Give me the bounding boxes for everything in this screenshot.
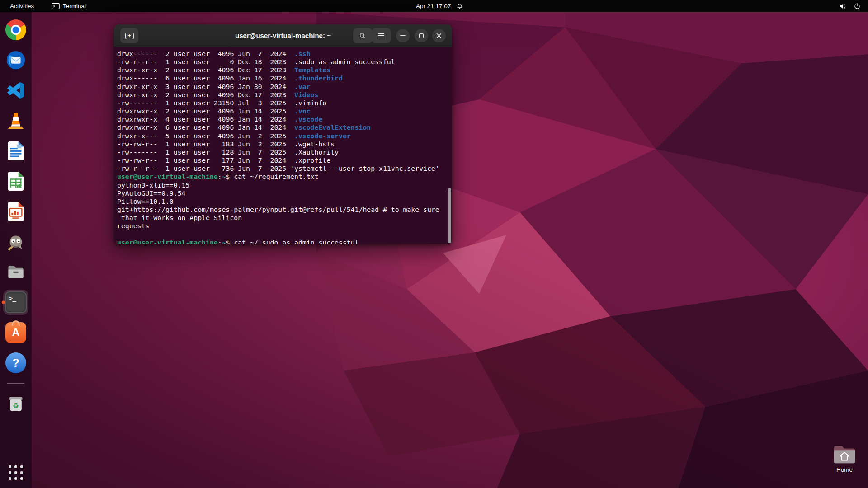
vlc-icon <box>6 111 26 131</box>
terminal-icon <box>52 3 60 9</box>
dock-item-thunderbird[interactable] <box>3 49 28 71</box>
terminal-line: -rw------- 1 user user 128 Jun 7 2025 .X… <box>117 148 452 156</box>
show-applications-icon <box>9 465 23 480</box>
terminal-line: python3-xlib==0.15 <box>117 181 452 189</box>
minimize-button[interactable] <box>396 29 410 42</box>
new-tab-icon: + <box>125 33 134 39</box>
minimize-icon <box>400 35 406 36</box>
terminal-line: -rw------- 1 user user 23150 Jul 3 2025 … <box>117 99 452 107</box>
search-button[interactable] <box>353 28 372 43</box>
app-menu[interactable]: Terminal <box>49 0 89 12</box>
terminal-line: drwxrwxr-x 2 user user 4096 Jun 14 2025 … <box>117 107 452 115</box>
top-bar: Activities Terminal Apr 21 17:07 <box>0 0 868 12</box>
terminal-app-icon: >_ <box>5 291 27 313</box>
ubuntu-software-icon: A <box>5 322 26 343</box>
terminal-line: -rw-r--r-- 1 user user 0 Dec 18 2023 .su… <box>117 58 452 66</box>
new-tab-button[interactable]: + <box>120 28 138 43</box>
terminal-line: drwxrwxr-x 6 user user 4096 Jan 14 2024 … <box>117 123 452 131</box>
terminal-scrollbar[interactable] <box>448 188 451 243</box>
terminal-line: that it works on Apple Silicon <box>117 214 452 222</box>
terminal-line: Pillow==10.1.0 <box>117 197 452 206</box>
libreoffice-writer-icon <box>6 141 25 161</box>
terminal-content[interactable]: drwx------ 2 user user 4096 Jun 7 2024 .… <box>114 47 452 244</box>
dock-item-gimp[interactable] <box>3 231 28 253</box>
clock[interactable]: Apr 21 17:07 <box>416 0 451 12</box>
hamburger-menu-icon <box>378 33 384 38</box>
dock-divider <box>7 383 24 384</box>
menu-button[interactable] <box>372 28 391 43</box>
terminal-line: drwx------ 6 user user 4096 Jan 16 2024 … <box>117 74 452 82</box>
thunderbird-icon <box>5 50 26 70</box>
files-icon <box>5 262 26 282</box>
close-icon <box>436 33 442 38</box>
svg-text:♻: ♻ <box>13 402 19 410</box>
dock-item-writer[interactable] <box>3 140 28 162</box>
terminal-line: drwxr-x--- 5 user user 4096 Jun 2 2025 .… <box>117 132 452 140</box>
libreoffice-impress-icon <box>6 202 25 221</box>
terminal-window: user@user-virtual-machine: ~ + drwx-----… <box>114 24 452 244</box>
dock-item-ubuntu-software[interactable]: A <box>3 322 28 343</box>
search-icon <box>359 32 367 40</box>
dock-item-files[interactable] <box>3 261 28 283</box>
terminal-line: drwx------ 2 user user 4096 Jun 7 2024 .… <box>117 50 452 58</box>
maximize-button[interactable] <box>415 29 428 42</box>
terminal-line: drwxr-xr-x 2 user user 4096 Dec 17 2023 … <box>117 66 452 74</box>
maximize-icon <box>419 33 424 38</box>
dock: >_ A ? ♻ <box>0 12 32 488</box>
terminal-line: -rw-r--r-- 1 user user 736 Jun 7 2025 'y… <box>117 164 452 173</box>
vscode-icon <box>6 80 26 100</box>
dock-item-help[interactable]: ? <box>3 352 28 374</box>
gimp-icon <box>5 231 26 252</box>
dock-item-calc[interactable] <box>3 170 28 192</box>
libreoffice-calc-icon <box>6 171 25 191</box>
desktop-home-shortcut[interactable]: Home <box>827 444 862 473</box>
power-icon <box>854 3 861 10</box>
home-folder-icon <box>832 444 857 465</box>
dock-item-vlc[interactable] <box>3 110 28 131</box>
dock-item-terminal[interactable]: >_ <box>3 290 28 315</box>
terminal-line: user@user-virtual-machine:~$ cat ~/.sudo… <box>117 239 452 244</box>
terminal-line: drwxrwxr-x 4 user user 4096 Jan 14 2024 … <box>117 115 452 123</box>
terminal-line: requests <box>117 222 452 230</box>
volume-icon <box>839 3 847 10</box>
bell-icon <box>456 3 463 10</box>
terminal-line: user@user-virtual-machine:~$ cat ~/requi… <box>117 173 452 181</box>
activities-button[interactable]: Activities <box>6 0 38 12</box>
terminal-line: -rw-rw-r-- 1 user user 177 Jun 7 2024 .x… <box>117 156 452 164</box>
dock-item-chrome[interactable] <box>3 19 28 41</box>
system-tray[interactable] <box>836 0 863 12</box>
home-icon-label: Home <box>836 466 853 473</box>
terminal-line: PyAutoGUI==0.9.54 <box>117 189 452 197</box>
terminal-line: -rw-rw-r-- 1 user user 183 Jun 2 2025 .w… <box>117 140 452 148</box>
terminal-line <box>117 230 452 238</box>
google-chrome-icon <box>5 19 26 40</box>
running-indicator-dot <box>2 301 5 304</box>
terminal-line: drwxr-xr-x 2 user user 4096 Dec 17 2023 … <box>117 91 452 99</box>
dock-item-trash[interactable]: ♻ <box>3 393 28 414</box>
title-bar[interactable]: user@user-virtual-machine: ~ + <box>114 24 452 47</box>
help-icon: ? <box>5 352 26 373</box>
terminal-line: git+https://github.com/moses-palmer/pynp… <box>117 206 452 214</box>
terminal-line: drwxr-xr-x 3 user user 4096 Jan 30 2024 … <box>117 83 452 91</box>
dock-item-show-applications[interactable] <box>3 462 28 483</box>
app-menu-label: Terminal <box>63 0 86 12</box>
close-button[interactable] <box>432 29 446 42</box>
dock-item-impress[interactable] <box>3 201 28 222</box>
trash-icon: ♻ <box>6 394 26 413</box>
dock-item-vscode[interactable] <box>3 80 28 101</box>
